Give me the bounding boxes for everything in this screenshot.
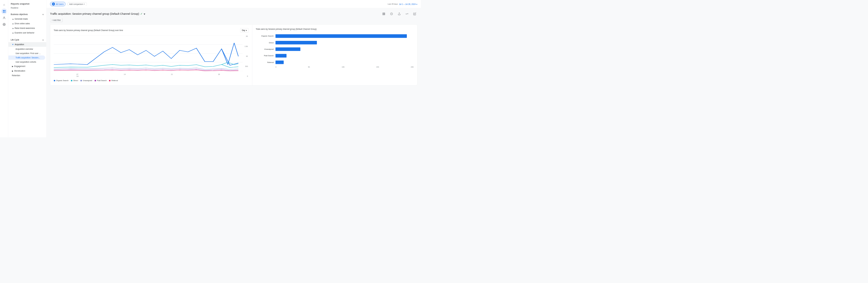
compare-icon[interactable] xyxy=(404,11,410,16)
all-users-chip[interactable]: A All Users xyxy=(50,2,65,6)
nav-reports[interactable] xyxy=(1,8,7,14)
top-bar-left: A All Users Add comparison + xyxy=(50,2,87,6)
bar-row-direct: Direct xyxy=(256,40,413,45)
add-comparison-button[interactable]: Add comparison + xyxy=(67,2,87,6)
lifecycle-section: Life Cycle ∧ ▼ Acquisition Acquisition o… xyxy=(8,36,46,79)
bar-row-referral: Referral xyxy=(256,60,413,65)
x-label-14: 14 xyxy=(124,74,126,78)
share-icon[interactable] xyxy=(397,11,402,16)
legend-referral: Referral xyxy=(109,80,118,82)
line-chart-panel: Total users by Session primary channel g… xyxy=(50,25,252,85)
bar-label-organic: Organic Search xyxy=(256,35,274,37)
date-range-dropdown[interactable]: Jul 1 – Jul 28, 2024 ▾ xyxy=(399,3,417,5)
sidebar-item-retention[interactable]: Retention xyxy=(8,74,46,78)
sidebar-item-monetization[interactable]: ▶ Monetization xyxy=(8,69,46,74)
sidebar-item-engagement[interactable]: ▶ Engagement xyxy=(8,64,46,69)
bar-fill-paid-search xyxy=(275,54,286,58)
bar-fill-direct xyxy=(275,41,317,45)
bar-track-referral xyxy=(275,60,413,64)
content-title-row: Traffic acquisition: Session primary cha… xyxy=(50,12,145,16)
bar-track-direct xyxy=(275,41,413,45)
x-label-07: 07Jul xyxy=(76,74,79,78)
bar-label-referral: Referral xyxy=(256,61,274,63)
chart-area xyxy=(54,35,243,71)
add-filter-button[interactable]: + Add filter xyxy=(50,19,63,22)
bar-label-direct: Direct xyxy=(256,41,274,44)
business-objectives-section: Business objectives ∧ ▶ Generate leads ▶… xyxy=(8,11,46,36)
content-title-actions xyxy=(381,11,417,16)
nav-user[interactable] xyxy=(1,15,7,21)
sidebar-sub-acquisition-overview[interactable]: Acquisition overview xyxy=(8,47,46,51)
edit-icon[interactable] xyxy=(412,11,417,16)
x-label-28: 28 xyxy=(218,74,220,78)
all-users-avatar: A xyxy=(52,2,55,5)
charts-row: Total users by Session primary channel g… xyxy=(50,25,417,85)
title-dropdown-arrow[interactable]: ▾ xyxy=(144,12,145,16)
sidebar: Reports snapshot Realtime Business objec… xyxy=(8,0,46,137)
bar-track-unassigned xyxy=(275,47,413,51)
chart-y-axis: 2K 1.5K 1K 500 0 xyxy=(244,35,249,77)
bar-chart-header: Total users by Session primary channel g… xyxy=(256,28,413,30)
app-container: ⌂ Reports snapshot Realtime Business obj… xyxy=(0,0,421,137)
line-chart-header: Total users by Session primary channel g… xyxy=(54,28,248,33)
bar-chart-panel: Total users by Session primary channel g… xyxy=(252,25,417,85)
page-title: Traffic acquisition: Session primary cha… xyxy=(50,12,139,16)
business-objectives-header[interactable]: Business objectives ∧ xyxy=(8,12,46,17)
content-area: Traffic acquisition: Session primary cha… xyxy=(46,8,421,137)
legend-unassigned: Unassigned xyxy=(81,80,92,82)
svg-rect-8 xyxy=(382,12,383,15)
sidebar-item-drive-online-sales[interactable]: ▶ Drive online sales xyxy=(8,21,46,26)
main-content: A All Users Add comparison + Last 28 day… xyxy=(46,0,421,137)
bar-chart-container: Organic Search Direct Unas xyxy=(256,33,413,72)
sidebar-item-examine-user-behavior[interactable]: ▶ Examine user behavior xyxy=(8,30,46,35)
chart-legend: Organic Search Direct Unassigned Pa xyxy=(54,80,248,82)
bar-row-unassigned: Unassigned xyxy=(256,47,413,52)
line-chart-title: Total users by Session primary channel g… xyxy=(54,29,123,31)
sidebar-sub-user-acquisition-first[interactable]: User acquisition: First user ... xyxy=(8,51,46,55)
bar-label-unassigned: Unassigned xyxy=(256,48,274,50)
bar-fill-organic xyxy=(275,34,407,38)
line-chart-container: 2K 1.5K 1K 500 0 07Jul 14 21 28 xyxy=(54,35,248,77)
day-selector-dropdown[interactable]: Day ▾ xyxy=(240,28,248,33)
lifecycle-header[interactable]: Life Cycle ∧ xyxy=(8,37,46,42)
bar-fill-referral xyxy=(275,60,284,64)
check-icon: ✓ xyxy=(140,12,143,16)
columns-icon[interactable] xyxy=(381,11,386,16)
icon-nav: ⌂ xyxy=(0,0,8,137)
sidebar-item-generate-leads[interactable]: ▶ Generate leads xyxy=(8,17,46,21)
svg-rect-3 xyxy=(4,12,5,12)
nav-target[interactable] xyxy=(1,22,7,27)
content-header: Traffic acquisition: Session primary cha… xyxy=(50,11,417,16)
svg-rect-0 xyxy=(3,10,4,11)
x-label-21: 21 xyxy=(171,74,173,78)
sidebar-sub-user-acquisition-cohorts[interactable]: User acquisition cohorts xyxy=(8,60,46,64)
line-chart-svg xyxy=(54,35,243,71)
top-bar: A All Users Add comparison + Last 28 day… xyxy=(46,0,421,8)
bar-label-paid-search: Paid Search xyxy=(256,55,274,57)
sidebar-realtime[interactable]: Realtime xyxy=(8,6,46,11)
bar-track-paid-search xyxy=(275,54,413,58)
svg-rect-1 xyxy=(4,10,5,11)
sidebar-item-raise-brand-awareness[interactable]: ▶ Raise brand awareness xyxy=(8,26,46,30)
legend-organic-search: Organic Search xyxy=(54,80,68,82)
bar-fill-unassigned xyxy=(275,47,300,51)
bar-x-axis: 0 5K 10K 15K 20K xyxy=(256,66,413,68)
insights-icon[interactable] xyxy=(389,11,394,16)
bar-chart-title: Total users by Session primary channel g… xyxy=(256,28,316,30)
svg-rect-9 xyxy=(383,12,384,15)
chart-x-axis: 07Jul 14 21 28 xyxy=(54,73,243,78)
bar-row-paid-search: Paid Search xyxy=(256,53,413,58)
bar-row-organic: Organic Search xyxy=(256,33,413,39)
legend-paid-search: Paid Search xyxy=(95,80,106,82)
svg-rect-2 xyxy=(3,12,4,12)
sidebar-title: Reports snapshot xyxy=(8,0,46,6)
top-bar-right: Last 28 days Jul 1 – Jul 28, 2024 ▾ xyxy=(388,3,417,5)
svg-point-7 xyxy=(4,24,4,25)
nav-home[interactable]: ⌂ xyxy=(1,2,7,8)
bar-track-organic xyxy=(275,34,413,38)
legend-direct: Direct xyxy=(71,80,78,82)
sidebar-item-acquisition[interactable]: ▼ Acquisition xyxy=(8,42,46,47)
svg-rect-10 xyxy=(384,12,385,15)
sidebar-sub-traffic-acquisition[interactable]: Traffic acquisition: Session... xyxy=(8,55,45,60)
svg-point-4 xyxy=(4,17,5,18)
